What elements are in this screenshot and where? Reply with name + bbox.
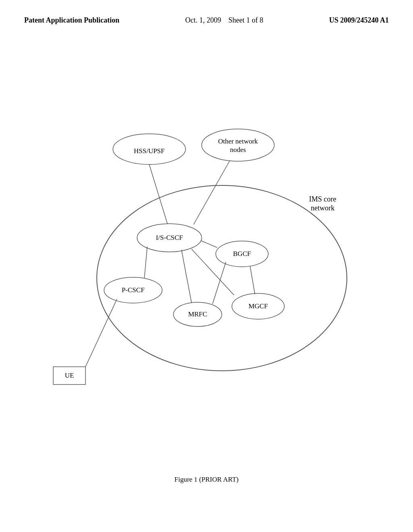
svg-line-15 [201,241,217,247]
svg-line-11 [149,164,167,224]
svg-point-3 [202,129,274,161]
header-center: Oct. 1, 2009 Sheet 1 of 8 [185,16,263,25]
svg-line-13 [144,247,147,278]
mrfc-label: MRFC [188,310,207,318]
other-nodes-label: Other network [218,137,258,145]
ue-label: UE [65,372,74,379]
iscscf-label: I/S-CSCF [156,234,183,241]
diagram-area: IMS core network HSS/UPSF Other network … [24,64,387,427]
svg-line-18 [213,262,226,304]
svg-text:nodes: nodes [230,146,246,154]
page-header: Patent Application Publication Oct. 1, 2… [0,0,413,25]
pcscf-label: P-CSCF [122,286,145,294]
bgcf-label: BGCF [233,250,251,258]
ims-label: IMS core [309,195,336,203]
mgcf-label: MGCF [248,302,268,310]
header-left: Patent Application Publication [24,16,119,25]
svg-line-17 [250,266,255,294]
svg-line-12 [194,160,230,224]
svg-line-19 [86,299,117,367]
hss-label: HSS/UPSF [134,147,165,155]
svg-text:network: network [311,204,335,212]
svg-line-14 [181,250,192,303]
header-right: US 2009/245240 A1 [329,16,389,25]
figure-caption: Figure 1 (PRIOR ART) [0,476,413,484]
